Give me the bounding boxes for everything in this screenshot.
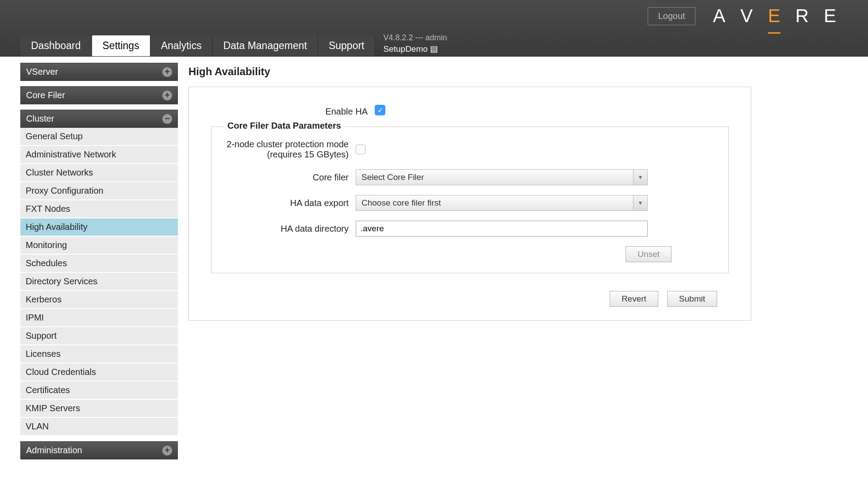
- notes-icon[interactable]: ▤: [430, 44, 438, 54]
- logo-letter-accent: E: [768, 5, 786, 27]
- sidebar-item-cloud-credentials[interactable]: Cloud Credentials: [20, 363, 178, 382]
- tab-data-management[interactable]: Data Management: [213, 35, 318, 56]
- settings-sidebar: VServer + Core Filer + Cluster − General…: [20, 63, 178, 459]
- ha-dir-label: HA data directory: [225, 224, 356, 234]
- logo-letter: A: [713, 5, 731, 27]
- chevron-down-icon: ▼: [633, 195, 647, 210]
- revert-button[interactable]: Revert: [610, 291, 658, 307]
- sidebar-item-support[interactable]: Support: [20, 327, 178, 345]
- sidebar-item-certificates[interactable]: Certificates: [20, 382, 178, 400]
- two-node-checkbox[interactable]: [356, 145, 365, 154]
- ha-export-select-value: Choose core filer first: [361, 198, 441, 208]
- cluster-name: SetupDemo ▤: [383, 43, 447, 55]
- enable-ha-label: Enable HA: [211, 105, 375, 117]
- expand-icon: +: [162, 91, 172, 100]
- settings-panel: Enable HA ✓ Core Filer Data Parameters 2…: [188, 87, 751, 321]
- core-filer-params-fieldset: Core Filer Data Parameters 2-node cluste…: [211, 126, 729, 273]
- sidebar-item-kmip-servers[interactable]: KMIP Servers: [20, 400, 178, 418]
- sidebar-group-core-filer[interactable]: Core Filer +: [20, 86, 178, 104]
- check-icon: ✓: [377, 106, 383, 115]
- ha-export-select[interactable]: Choose core filer first ▼: [356, 195, 648, 211]
- sidebar-item-licenses[interactable]: Licenses: [20, 345, 178, 363]
- sidebar-item-fxt-nodes[interactable]: FXT Nodes: [20, 200, 178, 218]
- version-text: V4.8.2.2 --- admin: [383, 32, 447, 43]
- tab-settings[interactable]: Settings: [92, 35, 150, 56]
- core-filer-select[interactable]: Select Core Filer ▼: [356, 169, 648, 185]
- sidebar-item-ipmi[interactable]: IPMI: [20, 309, 178, 327]
- sidebar-item-high-availability[interactable]: High Availability: [20, 218, 178, 237]
- sidebar-item-monitoring[interactable]: Monitoring: [20, 237, 178, 255]
- sidebar-item-cluster-networks[interactable]: Cluster Networks: [20, 164, 178, 182]
- sidebar-group-vserver[interactable]: VServer +: [20, 63, 178, 81]
- header-status: V4.8.2.2 --- admin SetupDemo ▤: [383, 32, 447, 56]
- sidebar-group-label: Administration: [26, 445, 82, 455]
- sidebar-group-cluster[interactable]: Cluster −: [20, 110, 178, 128]
- sidebar-item-admin-network[interactable]: Administrative Network: [20, 146, 178, 164]
- submit-button[interactable]: Submit: [667, 291, 717, 307]
- cluster-name-text: SetupDemo: [383, 44, 427, 54]
- sidebar-item-kerberos[interactable]: Kerberos: [20, 291, 178, 309]
- logo-letter: R: [795, 5, 814, 27]
- ha-export-label: HA data export: [225, 198, 356, 208]
- fieldset-legend: Core Filer Data Parameters: [224, 121, 345, 131]
- expand-icon: +: [162, 67, 172, 77]
- sidebar-group-administration[interactable]: Administration +: [20, 441, 178, 459]
- sidebar-item-vlan[interactable]: VLAN: [20, 418, 178, 436]
- sidebar-item-general-setup[interactable]: General Setup: [20, 128, 178, 146]
- sidebar-group-label: Cluster: [26, 114, 54, 124]
- core-filer-select-value: Select Core Filer: [361, 172, 424, 182]
- collapse-icon: −: [162, 114, 172, 124]
- logo-letter: V: [741, 5, 758, 27]
- tab-dashboard[interactable]: Dashboard: [20, 35, 92, 56]
- ha-dir-input[interactable]: [356, 221, 648, 237]
- logout-button[interactable]: Logout: [648, 7, 695, 25]
- logo-letter: E: [824, 5, 841, 27]
- tab-support[interactable]: Support: [318, 35, 376, 56]
- core-filer-label: Core filer: [225, 172, 356, 183]
- sidebar-group-label: Core Filer: [26, 90, 65, 100]
- main-content: High Availability Enable HA ✓ Core Filer…: [188, 63, 868, 459]
- page-title: High Availability: [188, 65, 841, 78]
- sidebar-item-directory-services[interactable]: Directory Services: [20, 273, 178, 291]
- tab-analytics[interactable]: Analytics: [150, 35, 213, 56]
- main-tabs: Dashboard Settings Analytics Data Manage…: [20, 32, 447, 56]
- sidebar-item-schedules[interactable]: Schedules: [20, 255, 178, 273]
- unset-button[interactable]: Unset: [626, 246, 672, 262]
- sidebar-group-label: VServer: [26, 67, 58, 77]
- two-node-label: 2-node cluster protection mode (requires…: [225, 139, 356, 160]
- sidebar-item-proxy-config[interactable]: Proxy Configuration: [20, 182, 178, 200]
- expand-icon: +: [162, 446, 172, 455]
- enable-ha-checkbox[interactable]: ✓: [375, 105, 385, 115]
- brand-logo: A V E R E: [713, 5, 841, 27]
- chevron-down-icon: ▼: [633, 170, 647, 185]
- app-header: Logout A V E R E Dashboard Settings Anal…: [0, 0, 868, 57]
